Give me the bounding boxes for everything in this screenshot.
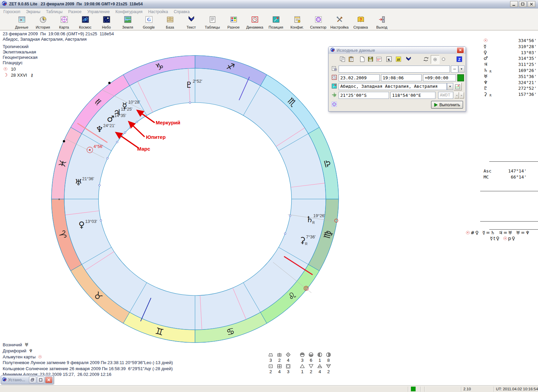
aspect-planet-a: ☿ [483, 230, 486, 235]
aspect-planet-a: ☉ [503, 236, 507, 241]
run-button[interactable]: Выполнить [431, 101, 463, 109]
menu-экраны[interactable]: Экраны [26, 9, 40, 14]
chart-settings-list: ТропическийЭклиптикальнаяГеоцентрическая… [3, 44, 38, 66]
mini-restore-button[interactable] [29, 377, 36, 383]
date-input[interactable] [339, 74, 380, 81]
jupiter-degree-label: 11°25' [121, 107, 132, 112]
event-combo-value[interactable]: – [451, 66, 458, 73]
cosmos-icon [81, 15, 89, 25]
event-name-input[interactable] [339, 66, 450, 73]
dialog-bookmark-button[interactable] [405, 55, 412, 63]
menu-таблицы[interactable]: Таблицы [46, 9, 63, 14]
timezone-input[interactable] [423, 74, 456, 81]
time-input[interactable] [381, 74, 422, 81]
venus-degree-label: 13°03' [85, 219, 97, 224]
toolbar-label: Небо [102, 25, 111, 29]
dialog-radio-off-button[interactable] [440, 55, 447, 63]
aspect-planet-b: ♅ [508, 230, 512, 235]
toolbar-button-help[interactable]: ?Справка [350, 15, 371, 30]
bottom-info-glyph: ♆ [29, 348, 33, 353]
menu-гороскоп[interactable]: Гороскоп [3, 9, 20, 14]
toolbar-button-tables[interactable]: Таблицы [202, 15, 223, 30]
toolbar-button-map[interactable]: Карта [53, 15, 75, 30]
toolbar-button-misc[interactable]: Разное [223, 15, 244, 30]
aspect-pair: ☉p♀ [503, 236, 515, 241]
uranus-degree-label: 21°36' [82, 177, 94, 181]
statistics-row [298, 352, 333, 357]
hemi-s-icon [307, 352, 315, 357]
toolbar-button-position[interactable]: Позиция [265, 15, 286, 30]
aspect-pair: ♃=♅ [498, 230, 512, 235]
event-combo-arrow[interactable]: ▼ [458, 66, 465, 73]
toolbar-button-exit[interactable]: Выход [371, 15, 392, 30]
dialog-sync-button[interactable] [422, 55, 430, 63]
aspect-symbol: # [471, 230, 475, 235]
aspect-planet-a: ♃ [498, 230, 503, 235]
next-arrow-button[interactable]: ► [459, 92, 464, 99]
toolbar-button-earth[interactable]: Земля [117, 15, 138, 30]
dialog-zbox-button[interactable]: Z [456, 55, 463, 63]
dialog-new-button[interactable] [358, 55, 366, 63]
dialog-kbox-button[interactable]: K [385, 55, 393, 63]
longitude-input[interactable] [390, 92, 435, 99]
dialog-title-bar[interactable]: Исходные данные ✕ [329, 47, 466, 54]
dialog-copy-button[interactable] [339, 55, 346, 63]
toolbar-button-cosmos[interactable]: Космос [75, 15, 96, 30]
close-button[interactable] [528, 1, 535, 7]
minimized-window[interactable]: Устано... [1, 375, 54, 384]
menu-настройка[interactable]: Настройка [148, 9, 168, 14]
status-bar: 2.10 UT: 2011.04.02 10:16:54 [0, 386, 538, 392]
aspect-line: ☿t♀☉p♀ [490, 236, 530, 241]
toolbar-button-base[interactable]: База [159, 15, 181, 30]
timezone-indicator-button[interactable] [457, 74, 464, 81]
minimize-button[interactable] [510, 1, 518, 7]
ut-time-text: UT: 2011.04.02 10:16:54 [496, 387, 538, 391]
aspect-planet-b: ♄ [491, 230, 495, 235]
earth-icon [124, 15, 132, 25]
mini-close-button[interactable] [45, 377, 52, 383]
place-combo-arrow[interactable]: ▼ [447, 83, 453, 90]
menu-конфигурация[interactable]: Конфигурация [115, 9, 143, 14]
menu-разное[interactable]: Разное [68, 9, 82, 14]
menu-справка[interactable]: Справка [174, 9, 190, 14]
toolbar-button-sky[interactable]: Небо [96, 15, 117, 30]
pluto-degree-label: 2°52' [193, 79, 202, 84]
dialog-cal-button[interactable] [375, 55, 383, 63]
dialog-paste-button[interactable] [347, 55, 355, 63]
dialog-hbox-button[interactable]: H [395, 55, 402, 63]
latitude-input[interactable] [339, 92, 389, 99]
atlas-button[interactable] [454, 83, 462, 90]
run-play-icon [434, 103, 438, 107]
dialog-radio-on-button[interactable] [431, 55, 439, 64]
dialog-save-button[interactable] [367, 55, 374, 63]
toolbar-button-text[interactable]: Текст [181, 15, 202, 30]
options-icon[interactable] [331, 101, 338, 108]
mercury-longitude: 310°28' [494, 44, 537, 49]
lunar-day-symbol: ⚷ [30, 73, 34, 78]
toolbar-button-selector[interactable]: Селектор [308, 15, 329, 30]
asc-value: 147°14' [498, 168, 527, 174]
sun-degree-label: 4°56' [93, 144, 103, 149]
aspect-pair: ♅=♆ [515, 230, 530, 235]
menu-управление[interactable]: Управление [87, 9, 110, 14]
toolbar-button-config[interactable]: Конфиг. [286, 15, 308, 30]
toolbar-button-data[interactable]: Данные [11, 15, 32, 30]
tri-up-bar-icon [315, 363, 324, 369]
toolbar-button-history[interactable]: История [32, 15, 53, 30]
prev-arrow-button[interactable]: ◄ [454, 92, 459, 99]
position-row-mars: ♂314°35' [484, 55, 537, 62]
mini-maximize-button[interactable] [37, 377, 44, 383]
sq-grid-icon [275, 363, 284, 369]
toolbar-button-google[interactable]: GGoogle [138, 15, 159, 30]
position-row-sun: ☉334°56' [484, 38, 537, 44]
pluto-icon: ♇ [484, 85, 494, 91]
place-combobox[interactable]: Абидос, Западная Австралия, Австралия [339, 83, 447, 90]
toolbar-button-dynamics[interactable]: Динамика [244, 15, 265, 30]
maximize-button[interactable] [519, 1, 527, 7]
aspect-planet-b: ♀ [512, 236, 515, 241]
statusbar-separator [424, 387, 425, 392]
dialog-title: Исходные данные [337, 48, 375, 53]
mc-row: MC 66°14' [484, 174, 527, 180]
dialog-close-button[interactable]: ✕ [457, 47, 464, 53]
toolbar-button-tools[interactable]: Настройка [329, 15, 350, 30]
